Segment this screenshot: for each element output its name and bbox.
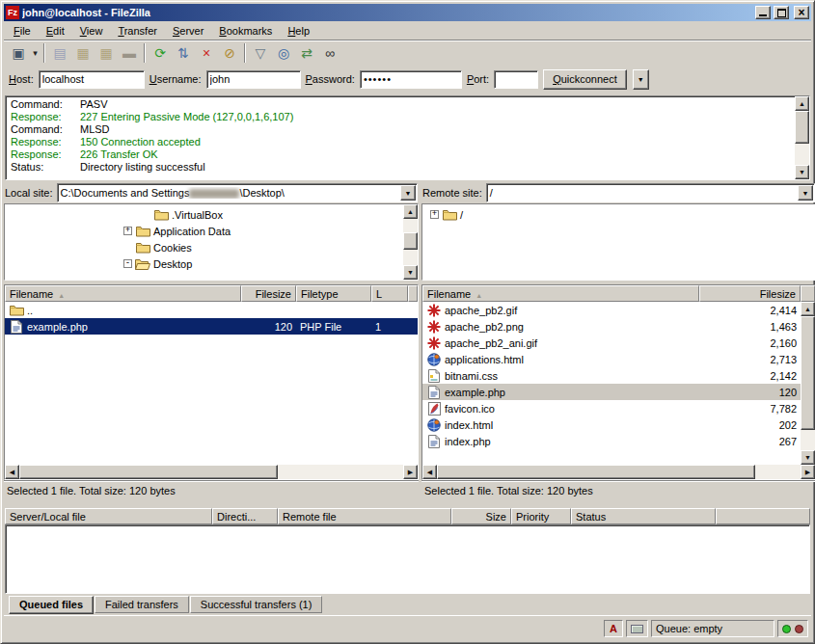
file-row-example-php[interactable]: example.php120 [422,384,801,400]
column-header-status[interactable]: Status [571,508,716,524]
refresh-button[interactable]: ⟳ [149,42,172,64]
tree-item-item[interactable]: +/ [422,206,815,223]
file-row-example-php[interactable]: example.php120PHP File1 [5,318,418,335]
file-row-favicon-ico[interactable]: favicon.ico7,782 [422,400,801,416]
file-row-apache-pb2-ani-gif[interactable]: apache_pb2_ani.gif2,160 [422,335,801,351]
menu-bookmarks[interactable]: Bookmarks [211,23,280,39]
scroll-right-icon[interactable] [403,465,418,479]
remote-horizontal-scrollbar[interactable] [422,465,815,479]
local-site-combo[interactable]: C:\Documents and Settings\Desktop\ [57,183,418,202]
username-input[interactable] [206,70,301,89]
tab-queued-files[interactable]: Queued files [9,596,94,614]
site-manager-dropdown-icon[interactable] [30,42,41,64]
file-row-index-php[interactable]: index.php267 [422,433,801,449]
toggle-message-log-button[interactable]: ▤ [48,42,71,64]
collapse-icon[interactable]: - [123,259,132,268]
toggle-queue-button[interactable]: ▬ [118,42,141,64]
tree-item-desktop[interactable]: -Desktop [5,255,403,272]
process-queue-button[interactable]: ⇅ [172,42,195,64]
file-row-apache-pb2-gif[interactable]: apache_pb2.gif2,414 [422,302,801,318]
filezilla-logo-icon[interactable]: Fz [6,6,19,19]
scrollbar-thumb[interactable] [795,111,809,144]
cancel-button[interactable]: × [195,42,218,64]
scrollbar-thumb[interactable] [801,316,815,430]
local-horizontal-scrollbar[interactable] [5,465,418,479]
scroll-right-icon[interactable] [801,465,815,479]
message-log-scrollbar[interactable] [795,96,809,179]
transfer-queue-body[interactable] [5,524,810,594]
scrollbar-track[interactable] [795,111,809,165]
local-tree-scrollbar[interactable] [403,204,418,280]
column-header-remote-file[interactable]: Remote file [278,508,451,524]
disconnect-button[interactable]: ⊘ [218,42,241,64]
filter-button[interactable]: ▽ [249,42,272,64]
quickconnect-dropdown-button[interactable] [633,69,649,90]
scroll-up-icon[interactable] [403,204,418,219]
column-header-filesize[interactable]: Filesize [241,285,296,302]
close-button[interactable] [794,6,809,19]
data-type-indicator-icon[interactable]: A [604,620,623,637]
host-input[interactable] [39,70,145,89]
remote-list-scrollbar[interactable] [801,302,815,465]
menu-server[interactable]: Server [165,23,211,39]
tree-item-cookies[interactable]: Cookies [5,239,403,255]
password-input[interactable] [360,70,462,89]
column-header-filetype[interactable]: Filetype [296,285,371,302]
file-row-item[interactable]: .. [5,302,418,318]
minimize-button[interactable] [755,6,771,19]
column-header-directi[interactable]: Directi... [212,508,278,524]
remote-site-combo[interactable]: / [486,183,815,202]
expand-icon[interactable]: + [123,227,132,235]
column-header-filename[interactable]: Filename [422,285,699,302]
column-header-priority[interactable]: Priority [511,508,571,524]
quickconnect-button[interactable]: Quickconnect [543,69,627,90]
scrollbar-thumb[interactable] [437,465,755,479]
column-header-l[interactable]: L [371,285,408,302]
port-input[interactable] [494,70,538,89]
column-header-server-local-file[interactable]: Server/Local file [5,508,212,524]
menu-file[interactable]: File [6,23,39,39]
scroll-up-icon[interactable] [801,302,815,316]
file-row-bitnami-css[interactable]: bitnami.css2,142 [422,367,801,384]
tree-item-application-data[interactable]: +Application Data [5,223,403,239]
scroll-left-icon[interactable] [5,465,19,479]
remote-site-dropdown-icon[interactable] [798,185,813,201]
scrollbar-track[interactable] [801,316,815,450]
scroll-down-icon[interactable] [795,165,809,179]
column-header-size[interactable]: Size [451,508,511,524]
scroll-down-icon[interactable] [403,265,418,280]
column-header-filesize[interactable]: Filesize [699,285,801,302]
scrollbar-track[interactable] [19,465,403,479]
menu-help[interactable]: Help [280,23,317,39]
tab-successful-transfers-1[interactable]: Successful transfers (1) [190,596,323,613]
remote-site-path[interactable]: / [487,187,798,199]
expand-icon[interactable]: + [430,210,439,219]
scroll-left-icon[interactable] [422,465,437,479]
column-header-filename[interactable]: Filename [5,285,241,302]
file-row-index-html[interactable]: index.html202 [422,416,801,433]
sync-browse-button[interactable]: ⇄ [295,42,318,64]
maximize-button[interactable] [774,6,789,19]
toggle-local-tree-button[interactable]: ▦ [71,42,95,64]
find-button[interactable]: ∞ [318,42,341,64]
scrollbar-track[interactable] [437,465,801,479]
file-row-applications-html[interactable]: applications.html2,713 [422,351,801,367]
menu-transfer[interactable]: Transfer [110,23,165,39]
local-site-dropdown-icon[interactable] [400,185,416,201]
title-bar[interactable]: Fz john@localhost - FileZilla [4,4,811,21]
scrollbar-thumb[interactable] [403,232,418,250]
scrollbar-thumb[interactable] [19,465,278,479]
scroll-up-icon[interactable] [795,96,809,111]
scroll-down-icon[interactable] [801,450,815,465]
speed-limit-indicator[interactable] [626,620,648,637]
menu-edit[interactable]: Edit [39,23,72,39]
local-site-path[interactable]: C:\Documents and Settings\Desktop\ [58,187,400,199]
site-manager-button[interactable]: ▣ [7,42,30,64]
file-row-apache-pb2-png[interactable]: apache_pb2.png1,463 [422,318,801,335]
scrollbar-track[interactable] [403,219,418,265]
tab-failed-transfers[interactable]: Failed transfers [95,596,189,613]
menu-view[interactable]: View [72,23,111,39]
compare-button[interactable]: ◎ [272,42,295,64]
tree-item-virtualbox[interactable]: .VirtualBox [5,206,403,223]
toggle-remote-tree-button[interactable]: ▦ [95,42,118,64]
